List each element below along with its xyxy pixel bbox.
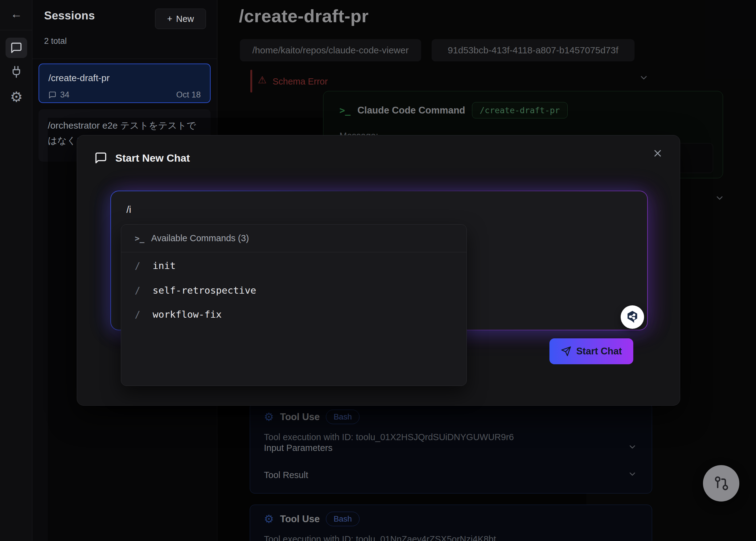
session-card-create-draft-pr[interactable]: /create-draft-pr 34 Oct 18 <box>39 64 210 103</box>
close-button[interactable] <box>651 147 664 160</box>
git-pull-request-icon <box>713 475 729 492</box>
app-screen: ← ⚙ Sessions + New 2 total /create-draft… <box>0 0 756 541</box>
available-commands-header: Available Commands (3) <box>151 233 249 244</box>
back-arrow-icon: ← <box>10 7 22 21</box>
rail-divider <box>0 30 32 30</box>
command-option-init[interactable]: / init <box>135 260 176 271</box>
send-icon <box>561 346 571 356</box>
nav-sessions-active[interactable] <box>6 38 27 58</box>
dropdown-divider <box>121 252 467 252</box>
chat-bubble-icon <box>10 42 23 54</box>
nav-mcp[interactable] <box>6 63 27 81</box>
settings-gear-icon: ⚙ <box>10 89 23 105</box>
back-button[interactable]: ← <box>9 7 23 21</box>
start-new-chat-modal: Start New Chat /i >_ Available Commands … <box>77 135 680 406</box>
sessions-count: 2 total <box>44 36 67 46</box>
session-date: Oct 18 <box>176 90 201 100</box>
hexagon-chat-logo-badge[interactable] <box>621 305 644 329</box>
start-chat-button[interactable]: Start Chat <box>550 338 633 364</box>
sessions-title: Sessions <box>44 9 95 22</box>
terminal-icon: >_ <box>135 234 144 243</box>
command-option-self-retrospective[interactable]: / self-retrospective <box>135 285 256 296</box>
commands-dropdown: >_ Available Commands (3) / init / self-… <box>121 224 467 386</box>
session-meta: 34 Oct 18 <box>48 90 201 100</box>
session-title: /create-draft-pr <box>48 73 201 83</box>
nav-settings[interactable]: ⚙ <box>6 88 27 106</box>
plug-icon <box>10 65 23 78</box>
icon-rail: ← ⚙ <box>0 0 32 541</box>
git-fab-button[interactable] <box>703 465 739 501</box>
sessions-divider <box>32 59 217 59</box>
message-count: 34 <box>60 90 69 100</box>
command-option-workflow-fix[interactable]: / workflow-fix <box>135 309 222 320</box>
message-input-value: /i <box>127 204 131 215</box>
plus-icon: + <box>167 14 173 24</box>
modal-title: Start New Chat <box>115 152 190 164</box>
chat-bubble-icon <box>94 152 107 164</box>
hexagon-share-icon <box>625 310 640 324</box>
new-session-label: New <box>176 14 194 24</box>
new-session-button[interactable]: + New <box>155 9 206 29</box>
message-count-icon <box>48 91 56 99</box>
close-icon <box>652 148 663 159</box>
start-chat-label: Start Chat <box>576 346 622 357</box>
